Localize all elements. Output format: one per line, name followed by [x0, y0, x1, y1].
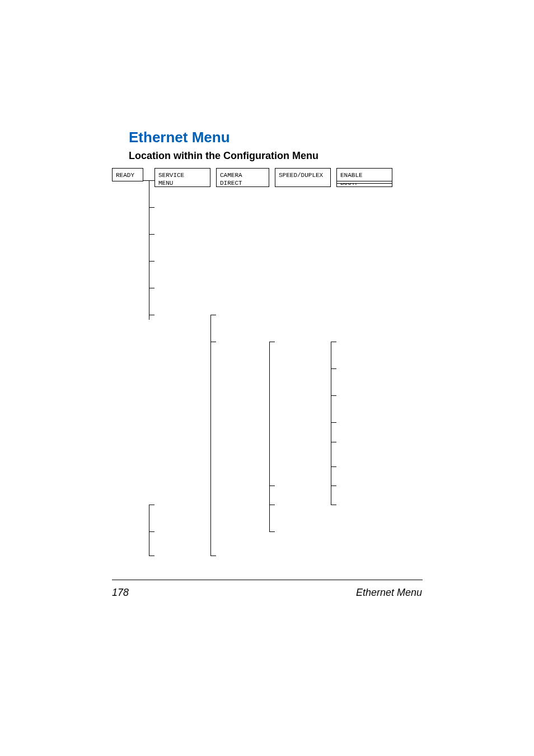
connector	[149, 288, 154, 288]
section-subtitle: Location within the Configuration Menu	[129, 150, 318, 162]
connector	[149, 505, 154, 505]
box-speed-duplex: SPEED/DUPLEX	[275, 168, 331, 187]
connector	[331, 422, 336, 423]
connector	[331, 505, 336, 505]
connector	[149, 505, 149, 556]
connector	[149, 531, 154, 532]
menu-tree-diagram: READY PROOF/ PRINT MENU PRINT MENU PAPER…	[112, 168, 425, 571]
connector	[331, 368, 336, 369]
page-label: Ethernet Menu	[356, 587, 422, 599]
connector	[269, 486, 275, 486]
connector	[269, 531, 275, 532]
connector	[149, 234, 154, 235]
connector	[269, 342, 275, 342]
connector	[331, 486, 336, 486]
box-ready: READY	[112, 168, 143, 181]
connector	[210, 315, 211, 556]
connector	[149, 180, 154, 181]
connector	[331, 342, 336, 342]
page-number: 178	[112, 587, 129, 599]
connector	[331, 342, 331, 505]
connector	[269, 342, 270, 531]
page-title: Ethernet Menu	[129, 129, 230, 146]
connector	[331, 442, 336, 442]
connector	[149, 180, 149, 320]
connector	[149, 556, 154, 556]
connector	[149, 261, 154, 262]
connector	[143, 180, 149, 181]
page: Ethernet Menu Location within the Config…	[0, 0, 534, 756]
connector	[269, 505, 275, 505]
connector	[210, 342, 216, 342]
connector	[210, 556, 216, 556]
connector	[331, 395, 336, 396]
connector	[210, 315, 216, 315]
box-service-menu: SERVICE MENU	[154, 168, 210, 187]
connector	[149, 207, 154, 208]
box-enable-appletalk: ENABLE	[336, 168, 392, 181]
box-camera-direct-2: CAMERA DIRECT	[216, 168, 269, 187]
connector	[149, 315, 154, 315]
footer-rule	[112, 580, 423, 580]
connector	[331, 466, 336, 467]
